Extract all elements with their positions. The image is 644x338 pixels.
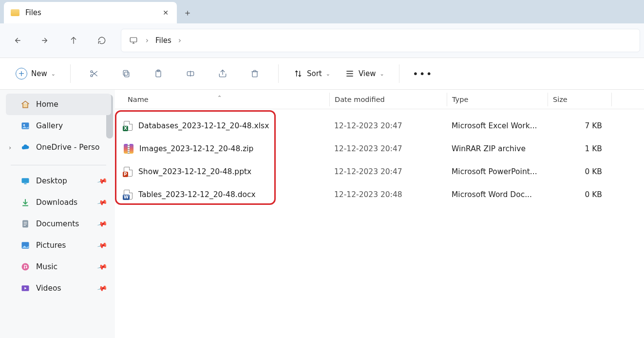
- svg-point-17: [26, 267, 27, 268]
- cut-button[interactable]: [79, 63, 109, 84]
- svg-rect-8: [252, 72, 257, 77]
- forward-button[interactable]: [32, 29, 58, 52]
- sidebar-item-home[interactable]: Home: [6, 94, 111, 115]
- file-row[interactable]: W Tables_2023-12-12_20-48.docx 12-12-202…: [115, 183, 644, 206]
- sidebar-onedrive-label: OneDrive - Perso: [36, 143, 100, 152]
- col-header-date[interactable]: Date modified: [330, 96, 447, 103]
- powerpoint-file-icon: P: [124, 167, 133, 177]
- home-icon: [20, 99, 30, 109]
- file-row[interactable]: X Databases_2023-12-12_20-48.xlsx 12-12-…: [115, 114, 644, 137]
- rename-button[interactable]: [176, 63, 205, 84]
- folder-icon: [11, 9, 19, 16]
- svg-rect-12: [24, 183, 27, 184]
- refresh-icon: [97, 36, 107, 45]
- divider: [11, 165, 106, 165]
- gallery-icon: [20, 121, 30, 131]
- pin-icon: 📌: [96, 176, 108, 186]
- sidebar-item-desktop[interactable]: Desktop 📌: [6, 170, 111, 192]
- delete-button[interactable]: [240, 63, 269, 84]
- sidebar-item-music[interactable]: Music 📌: [6, 256, 111, 278]
- separator: [278, 64, 279, 83]
- sidebar-item-pictures[interactable]: Pictures 📌: [6, 235, 111, 256]
- pin-icon: 📌: [96, 261, 108, 272]
- col-name-label: Name: [128, 96, 149, 103]
- up-button[interactable]: [60, 29, 87, 52]
- this-pc-icon: [128, 36, 139, 45]
- expand-icon[interactable]: ›: [9, 144, 11, 151]
- separator: [399, 64, 399, 83]
- pin-icon: 📌: [96, 197, 108, 208]
- view-icon: [345, 69, 355, 79]
- refresh-button[interactable]: [89, 29, 115, 52]
- more-button[interactable]: •••: [408, 63, 437, 84]
- breadcrumb-location[interactable]: Files: [155, 36, 171, 45]
- file-list-pane: Name ⌃ Date modified Type Size X Databas…: [115, 90, 644, 338]
- chevron-right-icon: ›: [146, 36, 149, 45]
- file-type: Microsoft Word Doc...: [447, 190, 548, 199]
- sidebar-item-documents[interactable]: Documents 📌: [6, 213, 111, 235]
- file-size: 1 KB: [548, 144, 611, 153]
- file-name: Images_2023-12-12_20-48.zip: [139, 144, 253, 153]
- tab-title: Files: [25, 8, 161, 17]
- documents-icon: [20, 219, 30, 229]
- arrow-right-icon: [40, 36, 50, 45]
- zip-file-icon: [124, 144, 133, 154]
- trash-icon: [250, 69, 260, 79]
- file-type: WinRAR ZIP archive: [447, 144, 548, 153]
- new-label: New: [31, 69, 47, 78]
- plus-circle-icon: +: [16, 68, 27, 80]
- nav-bar: › Files ›: [0, 23, 644, 58]
- downloads-icon: [20, 198, 30, 207]
- word-file-icon: W: [124, 190, 133, 199]
- svg-point-2: [91, 75, 93, 77]
- file-type: Microsoft Excel Work...: [447, 121, 548, 130]
- main-area: Home Gallery › OneDrive - Perso Desktop …: [0, 90, 644, 338]
- address-bar[interactable]: › Files ›: [121, 29, 640, 52]
- close-tab-button[interactable]: ✕: [161, 8, 170, 17]
- file-size: 0 KB: [548, 167, 611, 176]
- view-button[interactable]: View ⌄: [339, 63, 390, 84]
- svg-point-15: [22, 263, 29, 271]
- col-header-size[interactable]: Size: [548, 96, 611, 103]
- chevron-down-icon: ⌄: [326, 71, 330, 77]
- paste-button[interactable]: [144, 63, 173, 84]
- copy-button[interactable]: [112, 63, 141, 84]
- back-button[interactable]: [4, 29, 30, 52]
- sort-icon: [293, 69, 303, 79]
- tab-files[interactable]: Files ✕: [4, 2, 177, 23]
- share-button[interactable]: [208, 63, 237, 84]
- cloud-icon: [20, 142, 30, 152]
- svg-point-1: [91, 71, 93, 73]
- file-type: Microsoft PowerPoint...: [447, 167, 548, 176]
- sidebar-item-downloads[interactable]: Downloads 📌: [6, 192, 111, 213]
- clipboard-icon: [153, 69, 163, 79]
- col-divider[interactable]: [611, 93, 612, 106]
- chevron-down-icon: ⌄: [51, 71, 56, 77]
- sort-label: Sort: [307, 69, 322, 78]
- sidebar-videos-label: Videos: [36, 284, 61, 293]
- scissors-icon: [89, 69, 99, 79]
- svg-rect-3: [125, 72, 129, 77]
- sort-button[interactable]: Sort ⌄: [287, 63, 336, 84]
- sidebar-item-videos[interactable]: Videos 📌: [6, 278, 111, 299]
- ellipsis-icon: •••: [413, 68, 433, 80]
- file-row[interactable]: Images_2023-12-12_20-48.zip 12-12-2023 2…: [115, 137, 644, 160]
- arrow-left-icon: [12, 36, 22, 45]
- sidebar-item-onedrive[interactable]: › OneDrive - Perso: [6, 137, 111, 158]
- file-row[interactable]: P Show_2023-12-12_20-48.pptx 12-12-2023 …: [115, 160, 644, 183]
- svg-point-10: [23, 124, 25, 126]
- file-date: 12-12-2023 20:47: [329, 121, 447, 130]
- sidebar-documents-label: Documents: [36, 219, 79, 228]
- file-name: Show_2023-12-12_20-48.pptx: [138, 167, 251, 176]
- sidebar-desktop-label: Desktop: [36, 177, 67, 185]
- new-button[interactable]: + New ⌄: [10, 63, 61, 84]
- new-tab-button[interactable]: ＋: [177, 2, 198, 23]
- svg-rect-11: [22, 178, 29, 183]
- col-header-type[interactable]: Type: [447, 96, 548, 103]
- sidebar-item-gallery[interactable]: Gallery: [6, 115, 111, 137]
- column-headers: Name ⌃ Date modified Type Size: [115, 90, 644, 109]
- navigation-pane: Home Gallery › OneDrive - Perso Desktop …: [0, 90, 115, 338]
- col-header-name[interactable]: Name ⌃: [115, 96, 329, 103]
- arrow-up-icon: [69, 36, 78, 45]
- desktop-icon: [20, 176, 30, 186]
